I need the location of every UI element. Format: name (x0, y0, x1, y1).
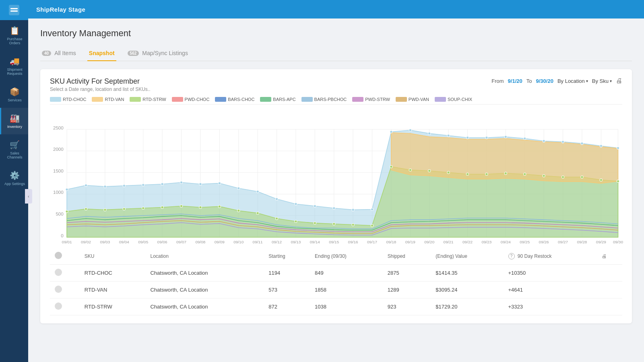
legend-item: RTD-CHOC (50, 97, 86, 102)
tab-all-items[interactable]: 40 All Items (40, 47, 78, 61)
by-sku-dropdown[interactable]: By Sku ▾ (592, 78, 612, 84)
legend-label: BARS-APC (273, 97, 295, 102)
from-date[interactable]: 9/1/20 (508, 78, 522, 84)
svg-text:09/30: 09/30 (613, 240, 623, 244)
sidebar-item-app-settings[interactable]: ⚙️ App Settings (0, 165, 28, 191)
svg-point-81 (104, 209, 106, 211)
svg-rect-1 (10, 8, 18, 9)
svg-text:09/18: 09/18 (386, 240, 396, 244)
row-checkbox[interactable] (55, 269, 62, 276)
row-ending: 849 (310, 265, 383, 282)
svg-text:09/08: 09/08 (195, 240, 206, 244)
card-header: SKU Activity For September Select a Date… (50, 77, 622, 92)
svg-point-98 (428, 170, 431, 172)
topbar-title: ShipRelay Stage (36, 6, 85, 13)
tab-map-sync-label: Map/Sync Listings (142, 50, 188, 56)
chart-area: 0 500 1000 1500 2000 2500 (50, 109, 622, 241)
tab-map-sync-badge: 562 (128, 51, 139, 56)
svg-point-50 (85, 184, 87, 187)
topbar: ShipRelay Stage (28, 0, 644, 19)
tab-map-sync[interactable]: 562 Map/Sync Listings (126, 47, 190, 61)
from-label: From (491, 78, 504, 84)
svg-point-79 (66, 210, 68, 213)
legend-item: PWD-STRW (352, 97, 390, 102)
row-checkbox[interactable] (55, 302, 62, 310)
svg-point-71 (485, 136, 488, 139)
sidebar-item-label: Shipment Requests (3, 68, 27, 76)
svg-point-90 (275, 217, 278, 220)
chart-legend: RTD-CHOCRTD-VANRTD-STRWPWD-CHOCBARS-CHOC… (50, 95, 622, 105)
row-value: $3095.24 (431, 282, 503, 298)
to-label: To (526, 78, 532, 84)
svg-text:09/03: 09/03 (100, 240, 110, 244)
svg-point-68 (428, 132, 431, 135)
card-controls: From 9/1/20 To 9/30/20 By Location ▾ By … (491, 77, 622, 84)
print-icon[interactable]: 🖨 (616, 77, 622, 84)
svg-text:09/15: 09/15 (329, 240, 339, 244)
svg-text:0: 0 (61, 233, 63, 238)
svg-point-52 (123, 185, 125, 187)
legend-item: RTD-STRW (130, 97, 166, 102)
table-print-icon[interactable]: 🖨 (602, 253, 607, 259)
svg-point-80 (85, 208, 87, 210)
help-icon: ? (508, 253, 515, 259)
th-starting: Starting (264, 248, 310, 265)
svg-point-89 (256, 212, 259, 214)
th-value: (Ending) Value (431, 248, 503, 265)
by-location-label: By Location (557, 78, 585, 84)
row-restock: +10350 (504, 265, 597, 282)
svg-text:09/06: 09/06 (157, 240, 168, 244)
legend-swatch (130, 97, 141, 102)
svg-text:09/20: 09/20 (424, 240, 435, 244)
legend-swatch (396, 97, 407, 102)
tab-snapshot[interactable]: Snapshot (87, 47, 116, 61)
legend-item: BARS-APC (260, 97, 295, 102)
legend-swatch (172, 97, 183, 102)
sidebar-item-services[interactable]: 📦 Services (0, 81, 28, 108)
svg-point-55 (180, 181, 182, 183)
svg-point-51 (104, 185, 106, 188)
tab-all-items-label: All Items (54, 50, 76, 56)
svg-point-74 (543, 140, 545, 142)
svg-rect-2 (10, 10, 18, 12)
row-ending: 1038 (310, 298, 383, 315)
to-date[interactable]: 9/30/20 (536, 78, 553, 84)
legend-item: BARS-PBCHOC (301, 97, 347, 102)
svg-text:2500: 2500 (53, 125, 64, 130)
row-check-cell (50, 298, 80, 315)
tab-all-items-badge: 40 (42, 51, 51, 56)
svg-point-100 (466, 173, 469, 175)
row-value: $1414.35 (431, 265, 503, 282)
sidebar-collapse-btn[interactable]: ‹ (25, 189, 32, 204)
legend-label: PWD-CHOC (185, 97, 210, 102)
row-actions (597, 265, 622, 282)
row-actions (597, 298, 622, 315)
svg-point-57 (218, 182, 221, 185)
svg-point-82 (123, 208, 125, 210)
svg-text:500: 500 (56, 212, 63, 216)
legend-label: RTD-STRW (142, 97, 166, 102)
legend-item: PWD-CHOC (172, 97, 210, 102)
table-row: RTD-CHOC Chatsworth, CA Location 1194 84… (50, 265, 622, 282)
svg-point-62 (314, 205, 316, 207)
sales-icon: 🛒 (10, 140, 20, 150)
svg-rect-0 (9, 5, 19, 15)
sidebar-item-sales-channels[interactable]: 🛒 Sales Channels (0, 134, 28, 165)
svg-text:09/19: 09/19 (405, 240, 416, 244)
svg-point-65 (371, 208, 373, 211)
card-title: SKU Activity For September (50, 77, 150, 86)
row-starting: 1194 (264, 265, 310, 282)
row-checkbox[interactable] (55, 286, 62, 293)
row-shipped: 2875 (383, 265, 431, 282)
svg-point-84 (161, 206, 163, 208)
svg-point-94 (352, 224, 354, 226)
sidebar-item-shipment-requests[interactable]: 🚚 Shipment Requests (0, 51, 28, 81)
svg-point-104 (543, 175, 545, 177)
svg-point-87 (218, 205, 221, 208)
sidebar-item-purchase-orders[interactable]: 📋 Purchase Orders (0, 20, 28, 51)
by-location-dropdown[interactable]: By Location ▾ (557, 78, 588, 84)
sidebar-item-inventory[interactable]: 🏭 Inventory (0, 108, 28, 134)
row-location: Chatsworth, CA Location (145, 298, 264, 315)
row-check-cell (50, 265, 80, 282)
svg-text:09/24: 09/24 (501, 240, 511, 244)
